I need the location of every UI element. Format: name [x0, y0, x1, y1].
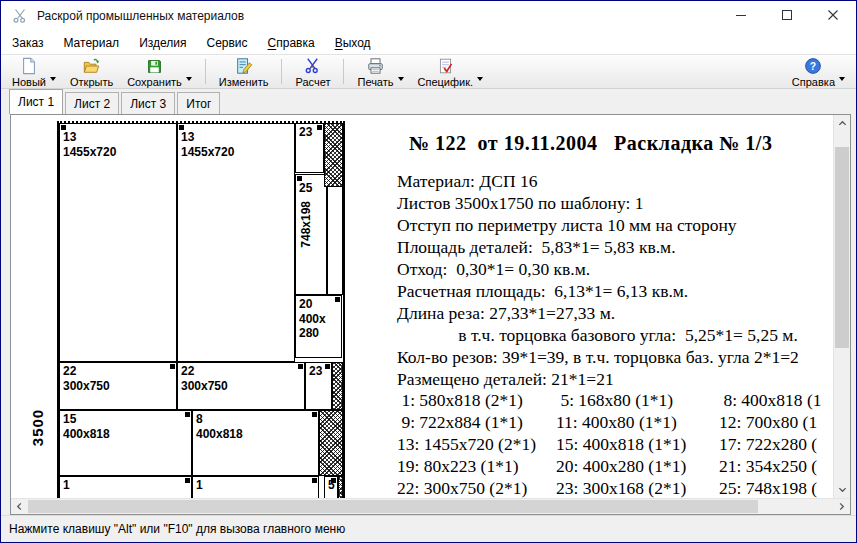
toolbar-new-button[interactable]: Новый	[5, 55, 63, 88]
detail-cell: 25: 748x198 (	[719, 477, 817, 498]
report-detail-row: 19: 80x223 (1*1)20: 400x280 (1*1)21: 354…	[397, 455, 822, 477]
report-line: Кол-во резов: 39*1=39, в т.ч. торцовка б…	[397, 346, 799, 368]
report-line: Листов 3500х1750 по шаблону: 1	[397, 192, 799, 214]
detail-cell: 21: 354x250 (	[719, 455, 817, 477]
report-line: в т.ч. торцовка базового угла: 5,25*1= 5…	[397, 324, 799, 346]
vertical-scroll-thumb[interactable]	[835, 147, 849, 348]
toolbar-help-button[interactable]: ?Справка	[785, 55, 852, 88]
toolbar-print-label: Печать	[357, 76, 393, 88]
close-button[interactable]	[810, 1, 856, 31]
diagram-piece-22[interactable]: 22300x750	[59, 362, 177, 410]
detail-cell: 9: 722x884 (1*1)	[397, 411, 556, 433]
diagram-piece-22[interactable]: 22300x750	[177, 362, 305, 410]
report-line: Отступ по периметру листа 10 мм на сторо…	[397, 214, 799, 236]
dropdown-arrow-icon[interactable]	[839, 77, 845, 81]
diagram-piece-23[interactable]: 23	[295, 123, 324, 173]
diagram-piece-13[interactable]: 131455x720	[59, 123, 177, 362]
piece-id: 20	[299, 297, 339, 311]
diagram-piece-empty[interactable]	[327, 178, 343, 295]
piece-dims: 300x750	[181, 379, 302, 393]
piece-id: 1	[196, 478, 316, 492]
report-detail-row: 13: 1455x720 (2*1)15: 400x818 (1*1)17: 7…	[397, 433, 822, 455]
toolbar-separator	[343, 59, 344, 84]
dropdown-arrow-icon[interactable]	[398, 77, 404, 81]
piece-dims: 748x198	[299, 201, 313, 248]
diagram-piece-13[interactable]: 131455x720	[177, 123, 295, 362]
tab-sheet-2[interactable]: Лист 2	[65, 92, 119, 114]
toolbar-edit-label: Изменить	[219, 76, 269, 88]
diagram-piece-5[interactable]: 5	[324, 476, 338, 498]
waste-area	[338, 476, 343, 498]
toolbar-new-label: Новый	[12, 76, 46, 88]
close-icon	[827, 7, 839, 25]
new-page-icon	[20, 56, 38, 75]
maximize-icon	[781, 7, 793, 25]
menu-item-exit[interactable]: Выход	[325, 31, 381, 54]
piece-marker	[312, 478, 317, 483]
minimize-button[interactable]	[718, 1, 764, 31]
horizontal-scroll-thumb[interactable]	[28, 500, 758, 513]
toolbar-open-label: Открыть	[70, 76, 113, 88]
scroll-down-button[interactable]	[834, 481, 850, 498]
diagram-piece-1[interactable]: 1	[59, 476, 192, 498]
diagram-piece-25[interactable]: 25748x198	[295, 174, 327, 295]
window-controls	[718, 1, 856, 31]
report-line: Длина реза: 27,33*1=27,33 м.	[397, 302, 799, 324]
tab-sheet-3[interactable]: Лист 3	[121, 92, 175, 114]
scroll-right-button[interactable]	[833, 499, 850, 514]
piece-marker	[312, 412, 317, 417]
toolbar-spec-button[interactable]: Специфик.	[411, 55, 491, 88]
window-title: Раскрой промышленных материалов	[37, 9, 244, 23]
print-icon	[366, 56, 385, 75]
toolbar-calc-button[interactable]: Расчет	[288, 55, 337, 88]
report-line: Размещено деталей: 21*1=21	[397, 368, 799, 390]
piece-dims: 400x818	[196, 427, 316, 441]
scroll-up-button[interactable]	[834, 115, 850, 132]
report-detail-row: 1: 580x818 (2*1) 5: 168x80 (1*1) 8: 400x…	[397, 389, 822, 411]
detail-cell: 20: 400x280 (1*1)	[556, 455, 719, 477]
diagram-piece-23[interactable]: 23	[305, 362, 332, 410]
report-title: № 122 от 19.11.2004 Раскладка № 1/3	[409, 132, 772, 155]
toolbar-new-body: Новый	[12, 56, 46, 88]
menu-item-order[interactable]: Заказ	[2, 31, 53, 54]
detail-cell: 1: 580x818 (2*1)	[397, 389, 556, 411]
tab-sheet-1[interactable]: Лист 1	[9, 89, 63, 114]
piece-id: 13	[63, 130, 174, 144]
detail-cell: 23: 300x168 (2*1)	[556, 477, 719, 498]
toolbar-open-button[interactable]: Открыть	[63, 55, 120, 88]
status-bar: Нажмите клавишу "Alt" или "F10" для вызо…	[1, 515, 856, 542]
menu-item-material[interactable]: Материал	[53, 31, 129, 54]
toolbar-print-button[interactable]: Печать	[350, 55, 410, 88]
detail-cell: 12: 700x80 (1	[719, 411, 817, 433]
report-line: Расчетная площадь: 6,13*1= 6,13 кв.м.	[397, 280, 799, 302]
diagram-piece-20[interactable]: 20400x 280	[295, 295, 342, 358]
menu-item-help[interactable]: Справка	[258, 31, 325, 54]
diagram-piece-8[interactable]: 8400x818	[192, 410, 319, 476]
toolbar-save-button[interactable]: Сохранить	[120, 55, 199, 88]
toolbar-edit-body: Изменить	[219, 56, 269, 88]
dropdown-arrow-icon[interactable]	[186, 77, 192, 81]
menu-item-service[interactable]: Сервис	[196, 31, 257, 54]
dropdown-arrow-icon[interactable]	[50, 77, 56, 81]
maximize-button[interactable]	[764, 1, 810, 31]
vertical-scrollbar[interactable]	[833, 115, 850, 498]
toolbar-print-body: Печать	[357, 56, 393, 88]
toolbar-edit-button[interactable]: Изменить	[212, 55, 276, 88]
toolbar-calc-label: Расчет	[295, 76, 330, 88]
detail-cell: 15: 400x818 (1*1)	[556, 433, 719, 455]
horizontal-scrollbar[interactable]	[11, 498, 850, 514]
detail-cell: 13: 1455x720 (2*1)	[397, 433, 556, 455]
diagram-piece-15[interactable]: 15400x818	[59, 410, 192, 476]
piece-dims: 400x 280	[299, 312, 339, 340]
waste-area	[324, 123, 343, 187]
title-bar: Раскрой промышленных материалов	[1, 1, 856, 31]
app-window: Раскрой промышленных материалов ЗаказМат…	[0, 0, 857, 543]
scroll-left-button[interactable]	[11, 499, 28, 514]
tab-total[interactable]: Итог	[177, 92, 220, 114]
menu-item-products[interactable]: Изделия	[129, 31, 196, 54]
toolbar-spec-body: Специфик.	[418, 56, 474, 88]
toolbar-help-label: Справка	[792, 76, 835, 88]
diagram-piece-1[interactable]: 1	[192, 476, 319, 498]
dropdown-arrow-icon[interactable]	[477, 77, 483, 81]
toolbar-help-body: ?Справка	[792, 56, 835, 88]
